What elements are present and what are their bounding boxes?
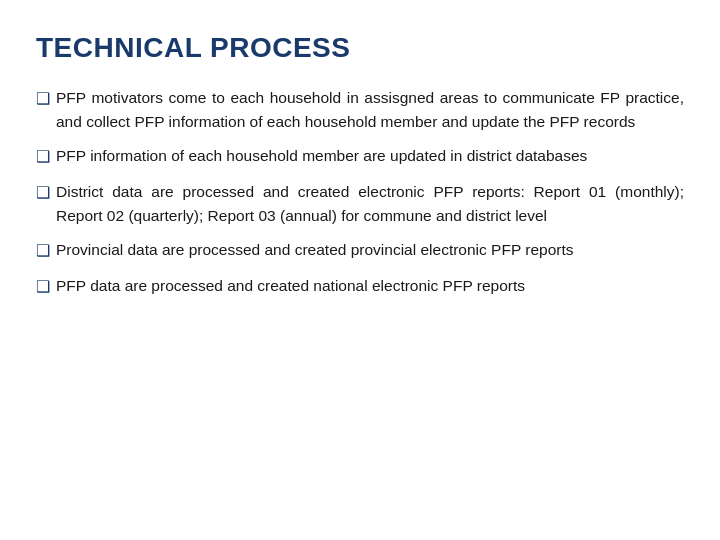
bullet-text-4: Provincial data are processed and create… [56,238,684,262]
bullet-item-1: ❑PFP motivators come to each household i… [36,86,684,134]
content-area: ❑PFP motivators come to each household i… [36,86,684,299]
bullet-item-4: ❑Provincial data are processed and creat… [36,238,684,264]
bullet-item-2: ❑PFP information of each household membe… [36,144,684,170]
bullet-text-5: PFP data are processed and created natio… [56,274,684,298]
bullet-icon-1: ❑ [36,87,50,112]
bullet-text-3: District data are processed and created … [56,180,684,228]
bullet-text-2: PFP information of each household member… [56,144,684,168]
bullet-item-3: ❑District data are processed and created… [36,180,684,228]
bullet-icon-4: ❑ [36,239,50,264]
bullet-icon-5: ❑ [36,275,50,300]
bullet-text-1: PFP motivators come to each household in… [56,86,684,134]
page-container: TECHNICAL PROCESS ❑PFP motivators come t… [0,0,720,540]
bullet-item-5: ❑PFP data are processed and created nati… [36,274,684,300]
page-title: TECHNICAL PROCESS [36,32,684,64]
bullet-icon-3: ❑ [36,181,50,206]
bullet-icon-2: ❑ [36,145,50,170]
